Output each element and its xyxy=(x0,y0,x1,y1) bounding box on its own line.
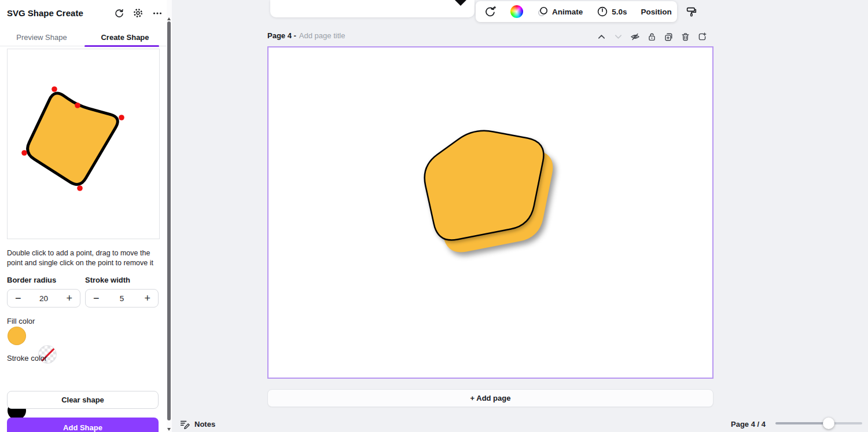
copy-style-button[interactable] xyxy=(684,6,699,17)
border-radius-increase-button[interactable]: + xyxy=(66,293,72,303)
editor-shape-svg[interactable] xyxy=(8,49,159,239)
tab-create-shape[interactable]: Create Shape xyxy=(83,29,167,46)
add-page-icon xyxy=(697,32,707,42)
design-page[interactable] xyxy=(267,46,713,379)
scrollbar-up-arrow[interactable] xyxy=(167,17,171,20)
settings-button[interactable] xyxy=(133,8,144,19)
shape-editor-canvas[interactable] xyxy=(7,49,160,239)
duplicate-icon xyxy=(664,32,674,42)
reset-icon xyxy=(114,8,124,19)
stroke-width-increase-button[interactable]: + xyxy=(144,293,150,303)
shape-point-handle[interactable] xyxy=(77,185,83,191)
shape-point-handle[interactable] xyxy=(21,150,27,156)
rotate-copy-button[interactable] xyxy=(482,5,498,18)
fill-color-label: Fill color xyxy=(7,317,35,325)
notes-button[interactable]: Notes xyxy=(179,419,215,429)
scrollbar-down-arrow[interactable] xyxy=(167,428,171,431)
stroke-width-value[interactable]: 5 xyxy=(120,294,124,303)
page-indicator: Page 4 / 4 xyxy=(731,420,766,429)
more-options-button[interactable] xyxy=(152,8,163,19)
move-page-up-button[interactable] xyxy=(597,32,606,42)
zoom-slider-track[interactable] xyxy=(775,422,862,424)
element-toolbar: Animate 5.0s Position xyxy=(476,1,677,22)
page-title-input[interactable]: Add page title xyxy=(299,31,345,40)
lock-page-button[interactable] xyxy=(647,32,657,42)
shape-point-handle[interactable] xyxy=(119,115,124,120)
shape-tabs: Preview Shape Create Shape xyxy=(0,29,167,46)
animate-label: Animate xyxy=(552,8,583,16)
move-page-down-button[interactable] xyxy=(613,32,623,42)
page-number-label: Page 4 - xyxy=(267,31,296,40)
stroke-width-decrease-button[interactable]: − xyxy=(93,293,100,303)
border-radius-stepper: − 20 + xyxy=(7,289,80,307)
duplicate-page-button[interactable] xyxy=(664,32,674,42)
lock-icon xyxy=(647,32,657,42)
shape-point-handle[interactable] xyxy=(75,102,80,108)
border-radius-decrease-button[interactable]: − xyxy=(15,293,21,303)
stroke-width-label: Stroke width xyxy=(85,276,130,284)
trash-icon xyxy=(681,32,690,42)
fill-color-swatch-yellow[interactable] xyxy=(8,327,26,345)
notes-icon xyxy=(179,419,190,429)
ellipsis-icon xyxy=(152,8,163,19)
paint-roller-icon xyxy=(686,6,697,17)
editor-hint-text: Double click to add a point, drag to mov… xyxy=(7,248,162,269)
color-picker-button[interactable] xyxy=(509,5,525,18)
border-radius-value[interactable]: 20 xyxy=(39,294,48,303)
clear-shape-button[interactable]: Clear shape xyxy=(7,391,159,409)
cutoff-toolbar xyxy=(270,0,475,17)
color-wheel-icon xyxy=(510,5,523,18)
eye-off-icon xyxy=(630,32,640,42)
animate-button[interactable]: Animate xyxy=(535,6,584,17)
stroke-color-label: Stroke color xyxy=(7,354,47,363)
add-shape-button[interactable]: Add Shape xyxy=(7,418,159,432)
gear-icon xyxy=(133,8,144,19)
stroke-width-stepper: − 5 + xyxy=(85,289,159,307)
panel-scrollbar-thumb[interactable] xyxy=(167,21,171,420)
clock-icon xyxy=(597,6,608,17)
reset-button[interactable] xyxy=(113,8,124,19)
position-label: Position xyxy=(641,8,672,16)
animate-icon xyxy=(537,6,549,17)
border-radius-label: Border radius xyxy=(7,276,56,284)
zoom-slider-thumb[interactable] xyxy=(823,418,834,429)
tab-preview-shape[interactable]: Preview Shape xyxy=(0,29,83,46)
position-button[interactable]: Position xyxy=(639,8,674,16)
panel-title: SVG Shape Create xyxy=(7,8,83,18)
add-page-button[interactable]: + Add page xyxy=(267,389,713,407)
canvas-shape-svg[interactable] xyxy=(269,47,712,378)
hide-page-button[interactable] xyxy=(630,32,640,42)
delete-page-button[interactable] xyxy=(681,32,690,42)
duration-button[interactable]: 5.0s xyxy=(595,6,628,17)
dropdown-caret-icon xyxy=(455,0,466,6)
chevron-down-icon xyxy=(613,32,623,42)
active-tab-underline xyxy=(84,45,159,47)
rotate-plus-icon xyxy=(484,5,496,18)
add-page-after-button[interactable] xyxy=(697,32,707,42)
duration-label: 5.0s xyxy=(612,8,627,16)
notes-label: Notes xyxy=(194,420,215,429)
shape-point-handle[interactable] xyxy=(52,86,57,92)
chevron-up-icon xyxy=(597,32,606,42)
